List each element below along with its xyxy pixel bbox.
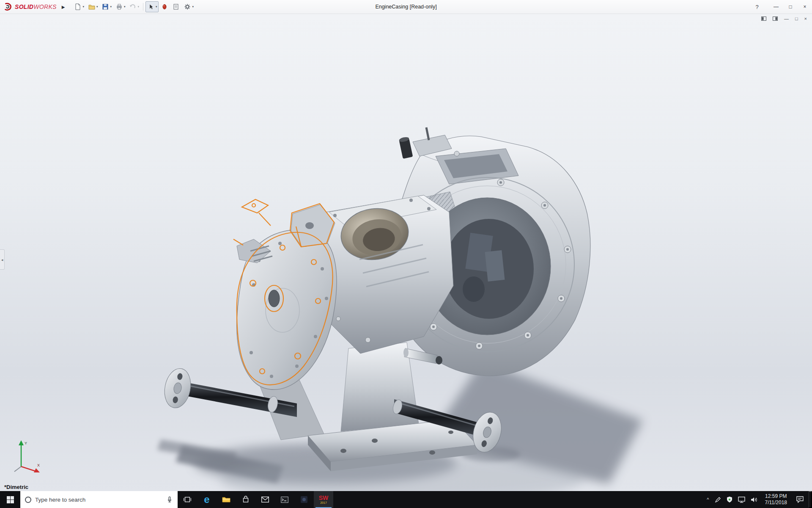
dark-app-icon xyxy=(300,496,308,503)
store-icon xyxy=(242,496,250,503)
solidworks-logo: SOLIDWORKS xyxy=(0,2,59,11)
start-button[interactable] xyxy=(0,491,20,508)
mail-icon xyxy=(261,497,269,502)
brand-solid: SOLID xyxy=(15,3,33,10)
command-prompt-button[interactable] xyxy=(275,491,294,508)
microphone-icon xyxy=(166,496,173,503)
microphone-button[interactable] xyxy=(166,496,173,503)
security-button[interactable] xyxy=(727,496,732,503)
solidworks-taskbar-button[interactable]: SW 2017 xyxy=(314,491,333,508)
open-button[interactable]: ▾ xyxy=(86,1,100,12)
minimize-button[interactable]: — xyxy=(769,0,783,14)
graphics-area[interactable]: — □ × ◀ Y X *Dimetric xyxy=(0,14,812,491)
edge-icon: e xyxy=(204,494,209,505)
mail-button[interactable] xyxy=(255,491,275,508)
sw-badge-text: SW xyxy=(319,495,329,501)
chevron-up-icon: ^ xyxy=(707,497,709,502)
child-restore-button[interactable]: □ xyxy=(795,16,798,21)
options-button[interactable]: ▾ xyxy=(182,1,195,12)
taskbar-search[interactable] xyxy=(20,491,178,508)
new-document-icon xyxy=(74,3,82,11)
toolbar-separator xyxy=(143,3,143,11)
gear-icon xyxy=(184,3,191,11)
network-button[interactable] xyxy=(738,497,745,503)
undo-icon xyxy=(129,3,137,11)
shield-icon xyxy=(727,496,732,503)
action-center-icon xyxy=(796,496,804,503)
dropdown-caret[interactable]: ▾ xyxy=(137,5,139,8)
show-desktop-button[interactable] xyxy=(809,491,812,508)
document-title: EngineCasing [Read-only] xyxy=(375,4,436,10)
sheet-icon xyxy=(172,3,180,11)
engine-casing-model[interactable] xyxy=(0,14,812,491)
dock-pane-left-icon xyxy=(761,17,766,21)
dock-pane-left-button[interactable] xyxy=(761,17,766,21)
clock-time: 12:59 PM xyxy=(765,493,787,500)
edge-button[interactable]: e xyxy=(197,491,217,508)
search-circle-icon xyxy=(25,497,31,503)
menu-flyout-button[interactable]: ▶ xyxy=(59,3,68,11)
dropdown-caret[interactable]: ▾ xyxy=(96,5,98,8)
file-explorer-button[interactable] xyxy=(217,491,236,508)
dark-app-button[interactable] xyxy=(294,491,314,508)
dropdown-caret[interactable]: ▾ xyxy=(82,5,84,8)
quick-access-toolbar: ▾ ▾ ▾ ▾ xyxy=(72,1,195,12)
sheet-properties-button[interactable] xyxy=(170,1,181,12)
appearance-button[interactable] xyxy=(159,1,170,12)
window-controls: ? — □ × xyxy=(751,0,812,14)
menu-bar: SOLIDWORKS ▶ ▾ ▾ ▾ xyxy=(0,0,812,14)
command-prompt-icon xyxy=(281,497,288,503)
select-tool-button[interactable]: ▾ xyxy=(145,1,159,12)
dropdown-caret[interactable]: ▾ xyxy=(156,5,157,8)
task-view-icon xyxy=(184,496,191,503)
dock-pane-right-button[interactable] xyxy=(773,17,778,21)
triad-y-label: Y xyxy=(25,441,27,445)
brand-works: WORKS xyxy=(33,3,56,10)
sw-badge-year: 2017 xyxy=(320,501,327,504)
select-cursor-icon xyxy=(147,3,155,11)
open-folder-icon xyxy=(88,3,96,11)
clock-date: 7/11/2018 xyxy=(765,500,787,506)
child-minimize-button[interactable]: — xyxy=(784,16,789,21)
brand-name: SOLIDWORKS xyxy=(15,3,57,10)
triad-x-label: X xyxy=(37,463,40,467)
undo-button[interactable]: ▾ xyxy=(127,1,141,12)
save-button[interactable]: ▾ xyxy=(100,1,113,12)
save-icon xyxy=(102,3,109,11)
search-input[interactable] xyxy=(35,497,162,503)
help-button[interactable]: ? xyxy=(751,0,763,14)
ds-logo-icon xyxy=(3,2,13,11)
volume-button[interactable] xyxy=(751,497,758,503)
panel-collapse-tab[interactable]: ◀ xyxy=(0,249,5,270)
windows-taskbar: e SW 2017 xyxy=(0,491,812,508)
system-tray: ^ xyxy=(703,491,761,508)
dropdown-caret[interactable]: ▾ xyxy=(192,5,194,8)
task-view-button[interactable] xyxy=(178,491,197,508)
dropdown-caret[interactable]: ▾ xyxy=(110,5,112,8)
dock-pane-right-icon xyxy=(773,17,778,21)
orientation-triad: Y X xyxy=(6,437,44,478)
dropdown-caret[interactable]: ▾ xyxy=(124,5,126,8)
pen-settings-button[interactable] xyxy=(715,497,721,503)
pen-icon xyxy=(715,497,721,503)
network-icon xyxy=(738,497,745,503)
file-explorer-icon xyxy=(222,496,230,503)
child-close-button[interactable]: × xyxy=(804,16,807,21)
close-button[interactable]: × xyxy=(798,0,812,14)
print-button[interactable]: ▾ xyxy=(114,1,127,12)
document-window-controls: — □ × xyxy=(761,16,807,21)
hidden-icons-button[interactable]: ^ xyxy=(707,497,709,502)
solidworks-app-icon: SW 2017 xyxy=(319,495,329,504)
new-document-button[interactable]: ▾ xyxy=(72,1,86,12)
top-fitting xyxy=(399,136,413,159)
maximize-button[interactable]: □ xyxy=(783,0,798,14)
store-button[interactable] xyxy=(236,491,255,508)
windows-logo-icon xyxy=(7,496,14,503)
appearance-icon xyxy=(161,3,168,11)
action-center-button[interactable] xyxy=(791,491,809,508)
taskbar-clock[interactable]: 12:59 PM 7/11/2018 xyxy=(761,491,791,508)
view-orientation-label: *Dimetric xyxy=(4,484,28,490)
volume-icon xyxy=(751,497,758,503)
print-icon xyxy=(115,3,123,11)
